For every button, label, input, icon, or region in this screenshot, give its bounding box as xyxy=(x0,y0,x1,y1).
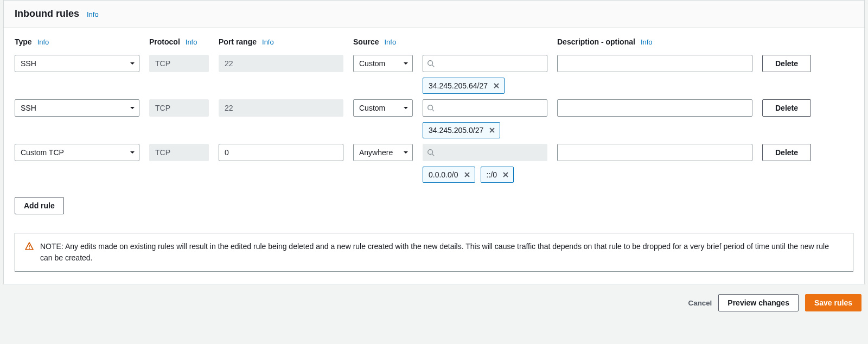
footer-actions: Cancel Preview changes Save rules xyxy=(0,284,868,317)
source-chip: 34.245.205.64/27 xyxy=(423,78,505,94)
column-header-protocol: Protocol Info xyxy=(149,37,209,49)
alert-text: NOTE: Any edits made on existing rules w… xyxy=(40,241,843,264)
cancel-button[interactable]: Cancel xyxy=(688,294,712,311)
source-chip: 34.245.205.0/27 xyxy=(423,122,500,138)
column-label: Type xyxy=(15,37,32,46)
source-chips: 0.0.0.0/0::/0 xyxy=(423,167,547,183)
source-mode-select[interactable]: Custom xyxy=(353,55,413,72)
info-link-source[interactable]: Info xyxy=(384,38,396,46)
preview-changes-button[interactable]: Preview changes xyxy=(718,294,799,311)
description-input[interactable] xyxy=(557,99,752,117)
type-select[interactable]: SSH xyxy=(15,55,139,72)
column-label: Protocol xyxy=(149,37,180,46)
column-header-port: Port range Info xyxy=(219,37,343,49)
delete-rule-button[interactable]: Delete xyxy=(762,55,811,72)
rules-grid: Type Info Protocol Info Port range Info … xyxy=(15,37,853,183)
delete-rule-button[interactable]: Delete xyxy=(762,99,811,117)
add-rule-button[interactable]: Add rule xyxy=(15,197,64,214)
source-search-input[interactable] xyxy=(423,55,547,72)
panel-header: Inbound rules Info xyxy=(4,1,864,28)
info-link-port[interactable]: Info xyxy=(262,38,274,46)
source-search xyxy=(423,144,547,161)
column-header-type: Type Info xyxy=(15,37,139,49)
remove-chip-icon[interactable] xyxy=(493,82,500,89)
chip-label: ::/0 xyxy=(487,170,497,179)
source-chip: 0.0.0.0/0 xyxy=(423,167,475,183)
protocol-field: TCP xyxy=(149,144,209,161)
source-search xyxy=(423,99,547,117)
column-label: Source xyxy=(353,37,379,46)
description-input[interactable] xyxy=(557,55,752,72)
chip-label: 34.245.205.64/27 xyxy=(429,81,488,90)
remove-chip-icon[interactable] xyxy=(464,171,470,178)
port-input[interactable] xyxy=(219,144,343,161)
save-rules-button[interactable]: Save rules xyxy=(805,294,861,311)
column-header-source-search xyxy=(423,37,547,49)
svg-point-15 xyxy=(29,248,30,249)
panel-body: Type Info Protocol Info Port range Info … xyxy=(4,28,864,284)
chip-label: 0.0.0.0/0 xyxy=(429,170,458,179)
column-label: Port range xyxy=(219,37,257,46)
protocol-field: TCP xyxy=(149,55,209,72)
info-link-type[interactable]: Info xyxy=(37,38,49,46)
info-link-protocol[interactable]: Info xyxy=(186,38,197,46)
column-header-actions xyxy=(762,37,811,49)
alert-box: NOTE: Any edits made on existing rules w… xyxy=(15,233,853,272)
column-header-source: Source Info xyxy=(353,37,413,49)
type-select[interactable]: SSH xyxy=(15,99,139,117)
inbound-rules-panel: Inbound rules Info Type Info Protocol In… xyxy=(3,0,865,284)
source-mode-select[interactable]: Custom xyxy=(353,99,413,117)
description-input[interactable] xyxy=(557,144,752,161)
warning-icon xyxy=(25,242,34,251)
info-link-description[interactable]: Info xyxy=(641,38,653,46)
source-chip: ::/0 xyxy=(481,167,514,183)
column-label: Description - optional xyxy=(557,37,635,46)
info-link-header[interactable]: Info xyxy=(87,10,99,18)
port-field: 22 xyxy=(219,99,343,117)
source-mode-select[interactable]: Anywhere xyxy=(353,144,413,161)
source-search-input[interactable] xyxy=(423,99,547,117)
port-field: 22 xyxy=(219,55,343,72)
source-chips: 34.245.205.64/27 xyxy=(423,78,547,94)
remove-chip-icon[interactable] xyxy=(489,127,495,133)
source-search xyxy=(423,55,547,72)
protocol-field: TCP xyxy=(149,99,209,117)
column-header-description: Description - optional Info xyxy=(557,37,752,49)
remove-chip-icon[interactable] xyxy=(502,171,509,178)
source-search-input xyxy=(423,144,547,161)
chip-label: 34.245.205.0/27 xyxy=(429,126,483,135)
source-chips: 34.245.205.0/27 xyxy=(423,122,547,138)
page-title: Inbound rules xyxy=(15,8,79,20)
delete-rule-button[interactable]: Delete xyxy=(762,144,811,161)
type-select[interactable]: Custom TCP xyxy=(15,144,139,161)
